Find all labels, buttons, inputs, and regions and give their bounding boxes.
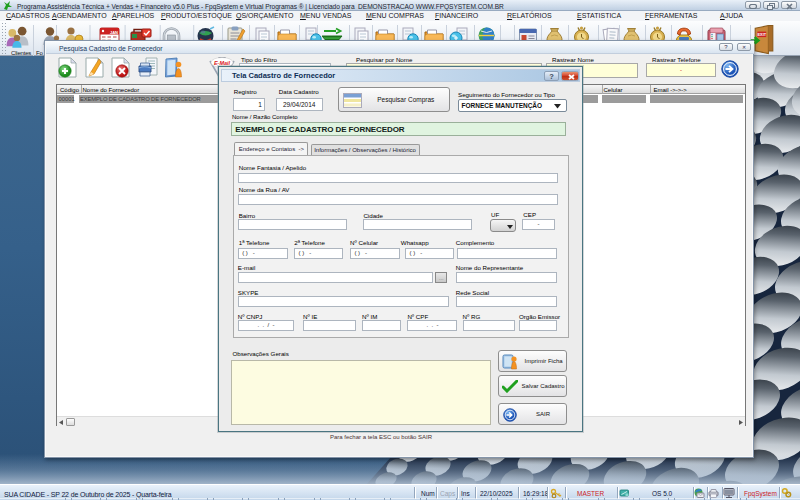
svg-text:EXIT: EXIT [758,33,767,37]
svg-text:JAN: JAN [110,30,118,35]
svg-text:E-Mail: E-Mail [214,60,231,66]
